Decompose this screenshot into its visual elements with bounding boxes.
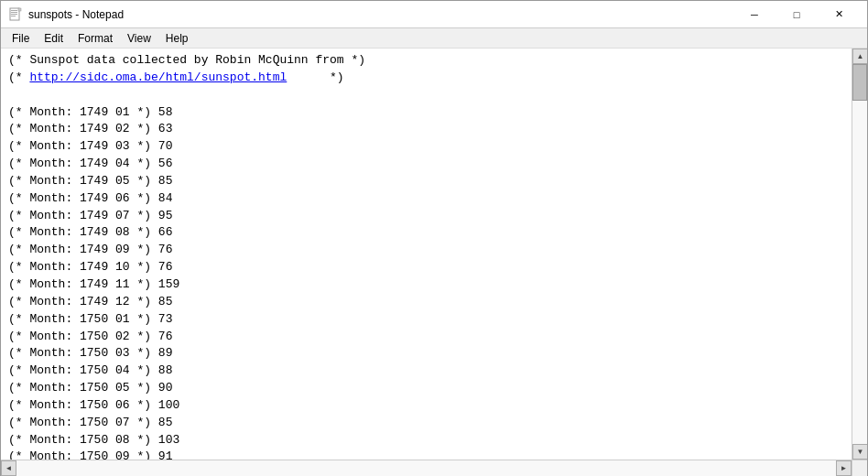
data-line-1750-04: (* Month: 1750 04 *) 88 [8,363,172,377]
menu-bar: File Edit Format View Help [1,28,867,49]
menu-format[interactable]: Format [71,30,120,47]
scroll-up-button[interactable]: ▲ [852,49,867,64]
bottom-bar: ◄ ► [1,460,867,475]
data-line-1750-01: (* Month: 1750 01 *) 73 [8,312,172,326]
scroll-right-button[interactable]: ► [836,460,852,476]
minimize-button[interactable]: ─ [733,1,776,28]
data-line-1750-06: (* Month: 1750 06 *) 100 [8,398,179,412]
data-line-1749-04: (* Month: 1749 04 *) 56 [8,157,172,170]
vertical-scrollbar[interactable]: ▲ ▼ [852,49,867,460]
maximize-button[interactable]: □ [776,1,818,28]
svg-rect-5 [18,8,21,11]
title-bar: sunspots - Notepad ─ □ ✕ [1,1,867,28]
editor-area: (* Sunspot data collected by Robin McQui… [1,49,867,460]
data-line-1749-06: (* Month: 1749 06 *) 84 [8,191,172,205]
url-link[interactable]: http://sidc.oma.be/html/sunspot.html [29,70,287,84]
data-line-1750-05: (* Month: 1750 05 *) 90 [8,381,172,395]
data-line-1749-07: (* Month: 1749 07 *) 95 [8,209,172,222]
svg-rect-3 [11,14,17,15]
menu-edit[interactable]: Edit [37,30,71,47]
menu-view[interactable]: View [120,30,158,47]
data-line-1749-09: (* Month: 1749 09 *) 76 [8,243,172,256]
close-button[interactable]: ✕ [818,1,860,28]
scroll-thumb-v[interactable] [852,64,867,101]
scroll-track-v[interactable] [852,64,867,444]
data-line-1750-09: (* Month: 1750 09 *) 91 [8,449,172,460]
data-line-1749-11: (* Month: 1749 11 *) 159 [8,277,179,291]
app-icon [8,7,23,22]
window-title: sunspots - Notepad [28,8,124,21]
data-line-1749-12: (* Month: 1749 12 *) 85 [8,295,172,308]
svg-rect-4 [11,16,16,16]
svg-rect-2 [11,12,17,13]
line-2: (* http://sidc.oma.be/html/sunspot.html … [8,70,344,84]
scroll-track-h[interactable] [16,460,836,476]
data-line-1749-01: (* Month: 1749 01 *) 58 [8,105,172,119]
data-line-1750-03: (* Month: 1750 03 *) 89 [8,346,172,360]
data-line-1750-07: (* Month: 1750 07 *) 85 [8,416,172,429]
data-line-1749-05: (* Month: 1749 05 *) 85 [8,174,172,188]
menu-help[interactable]: Help [158,30,196,47]
title-bar-controls: ─ □ ✕ [733,1,860,28]
svg-rect-1 [11,10,17,11]
menu-file[interactable]: File [5,30,37,47]
blank-line [8,88,16,102]
data-line-1749-02: (* Month: 1749 02 *) 63 [8,122,172,135]
scroll-down-button[interactable]: ▼ [852,444,867,460]
data-line-1750-02: (* Month: 1750 02 *) 76 [8,330,172,343]
scroll-left-button[interactable]: ◄ [1,460,16,476]
notepad-window: sunspots - Notepad ─ □ ✕ File Edit Forma… [0,0,868,476]
line-1: (* Sunspot data collected by Robin McQui… [8,53,365,67]
data-line-1749-03: (* Month: 1749 03 *) 70 [8,139,172,153]
data-line-1749-10: (* Month: 1749 10 *) 76 [8,260,172,274]
data-line-1750-08: (* Month: 1750 08 *) 103 [8,433,179,447]
text-editor[interactable]: (* Sunspot data collected by Robin McQui… [1,49,852,460]
scroll-corner [852,460,867,476]
title-bar-left: sunspots - Notepad [8,7,124,22]
data-line-1749-08: (* Month: 1749 08 *) 66 [8,225,172,239]
